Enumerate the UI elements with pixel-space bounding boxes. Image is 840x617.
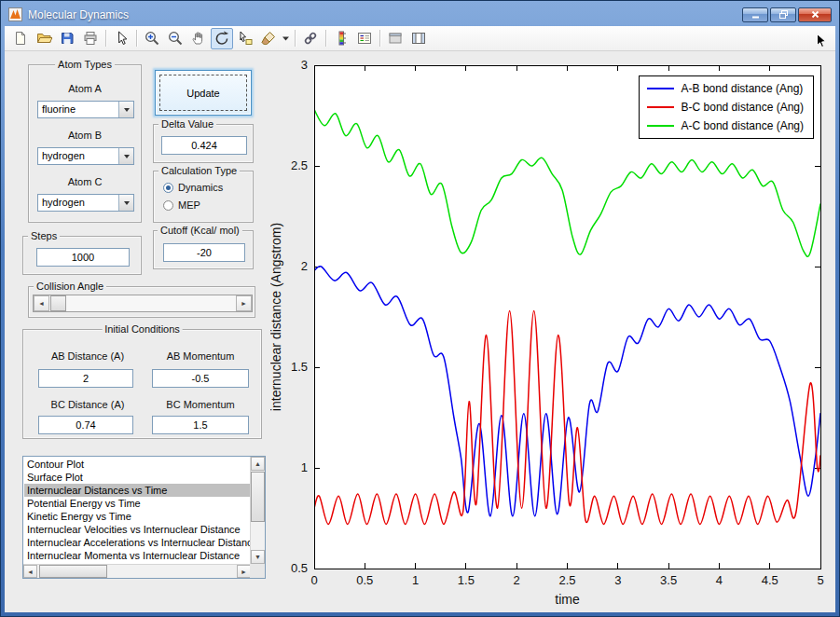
new-file-icon	[12, 30, 29, 47]
update-button[interactable]: Update	[155, 70, 252, 116]
atom-b-dropdown[interactable]: hydrogen	[37, 147, 134, 165]
list-item[interactable]: Contour Plot	[24, 458, 251, 471]
delta-value-input[interactable]	[161, 136, 247, 155]
svg-text:5: 5	[817, 573, 823, 587]
atom-c-label: Atom C	[29, 176, 141, 188]
scroll-up-arrow[interactable]: ▲	[251, 457, 265, 471]
window-client-area: Atom Types Atom A fluorine Atom B hydrog…	[5, 26, 835, 612]
scroll-down-arrow[interactable]: ▼	[251, 550, 265, 564]
atom-c-dropdown[interactable]: hydrogen	[37, 194, 134, 212]
zoom-in-button[interactable]	[141, 28, 163, 49]
ab-distance-input[interactable]	[38, 369, 133, 388]
plot-legend[interactable]: A-B bond distance (Ang) B-C bond distanc…	[639, 75, 814, 139]
svg-text:2.5: 2.5	[558, 573, 575, 587]
svg-text:4.5: 4.5	[762, 573, 778, 587]
atom-a-dropdown-button[interactable]	[118, 102, 133, 117]
legend-line-ab	[647, 88, 674, 89]
chevron-down-icon	[282, 30, 290, 47]
svg-text:2.5: 2.5	[291, 158, 308, 172]
atom-b-dropdown-button[interactable]	[118, 148, 133, 164]
hscroll-thumb[interactable]	[39, 565, 107, 578]
svg-text:0: 0	[310, 573, 317, 587]
legend-icon	[356, 30, 373, 47]
brush-icon	[260, 30, 277, 47]
atom-a-dropdown[interactable]: fluorine	[37, 101, 134, 118]
steps-panel: Steps	[22, 236, 142, 275]
toolbar-separator	[379, 30, 380, 47]
rotate-3d-button[interactable]	[211, 28, 233, 49]
radio-dynamics[interactable]: Dynamics	[163, 182, 223, 193]
hide-plot-tools-button[interactable]	[384, 28, 406, 49]
minimize-icon	[749, 7, 763, 21]
cutoff-panel: Cutoff (Kcal/ mol)	[153, 230, 254, 269]
atom-c-dropdown-button[interactable]	[118, 195, 133, 211]
link-plot-button[interactable]	[299, 28, 322, 49]
toolbar-separator	[105, 30, 106, 47]
slider-right-arrow[interactable]: ►	[236, 295, 252, 311]
list-item[interactable]: Internuclear Distances vs Time	[24, 484, 251, 497]
steps-title: Steps	[28, 230, 60, 242]
data-cursor-button[interactable]	[234, 28, 256, 49]
scroll-left-arrow[interactable]: ◄	[23, 565, 37, 578]
zoom-in-icon	[144, 30, 160, 47]
radio-mep-label: MEP	[178, 199, 200, 211]
figure-canvas: Atom Types Atom A fluorine Atom B hydrog…	[5, 51, 835, 612]
pan-button[interactable]	[187, 28, 210, 49]
save-figure-button[interactable]	[56, 28, 78, 49]
close-button[interactable]	[798, 7, 832, 22]
list-item[interactable]: Kinetic Energy vs Time	[24, 510, 251, 523]
brush-dropdown-button[interactable]	[281, 28, 291, 49]
svg-text:4: 4	[716, 573, 723, 587]
list-item[interactable]: Internuclear Velocities vs Internuclear …	[24, 523, 251, 536]
radio-dynamics-label: Dynamics	[178, 182, 223, 193]
scroll-right-arrow[interactable]: ►	[237, 565, 251, 578]
title-bar[interactable]: Molecular Dynamics	[4, 3, 836, 26]
listbox-vertical-scrollbar[interactable]: ▲ ▼	[250, 457, 265, 564]
svg-text:2: 2	[514, 573, 520, 587]
bc-distance-input[interactable]	[38, 416, 133, 434]
figure-toolbar	[5, 26, 835, 51]
insert-legend-button[interactable]	[353, 28, 376, 49]
app-icon	[8, 7, 22, 21]
atom-c-value: hydrogen	[38, 195, 118, 211]
slider-thumb[interactable]	[50, 295, 66, 311]
legend-entry-ab: A-B bond distance (Ang)	[647, 82, 804, 95]
steps-input[interactable]	[36, 248, 130, 267]
list-item[interactable]: Internuclear Momenta vs Internuclear Dis…	[24, 549, 251, 562]
open-file-button[interactable]	[33, 28, 55, 49]
colorbar-icon	[333, 30, 350, 47]
bc-momentum-label: BC Momentum	[148, 399, 253, 411]
list-item[interactable]: Potential Energy vs Time	[24, 497, 251, 510]
svg-text:internuclear distance (Angstro: internuclear distance (Angstrom)	[270, 223, 283, 411]
listbox-horizontal-scrollbar[interactable]: ◄ ►	[23, 564, 251, 578]
atom-a-label: Atom A	[29, 83, 141, 95]
edit-plot-button[interactable]	[110, 28, 132, 49]
minimize-button[interactable]	[742, 7, 768, 22]
svg-text:2: 2	[301, 259, 308, 273]
insert-colorbar-button[interactable]	[330, 28, 352, 49]
zoom-out-button[interactable]	[164, 28, 186, 49]
chevron-down-icon	[124, 108, 130, 115]
cutoff-title: Cutoff (Kcal/ mol)	[158, 225, 242, 237]
print-figure-button[interactable]	[79, 28, 102, 49]
new-figure-button[interactable]	[9, 28, 32, 49]
collision-angle-slider[interactable]: ◄ ►	[33, 295, 253, 312]
brush-data-button[interactable]	[257, 28, 280, 49]
vscroll-thumb[interactable]	[251, 472, 265, 522]
svg-text:3.5: 3.5	[660, 573, 677, 587]
list-item[interactable]: Surface Plot	[24, 471, 251, 484]
radio-mep[interactable]: MEP	[163, 199, 200, 211]
collision-angle-label: Collision Angle	[34, 281, 106, 293]
svg-text:1.5: 1.5	[458, 573, 475, 587]
legend-entry-ac: A-C bond distance (Ang)	[647, 119, 804, 132]
chevron-down-icon	[124, 201, 130, 208]
initial-conditions-title: Initial Conditions	[102, 323, 183, 336]
list-item[interactable]: Internuclear Accelerations vs Internucle…	[24, 536, 251, 549]
restore-button[interactable]	[770, 7, 796, 22]
slider-left-arrow[interactable]: ◄	[34, 295, 49, 311]
show-plot-tools-button[interactable]	[407, 28, 430, 49]
ab-momentum-input[interactable]	[152, 369, 249, 388]
cutoff-input[interactable]	[163, 243, 245, 262]
bc-momentum-input[interactable]	[152, 416, 249, 434]
svg-text:1.5: 1.5	[291, 360, 308, 374]
